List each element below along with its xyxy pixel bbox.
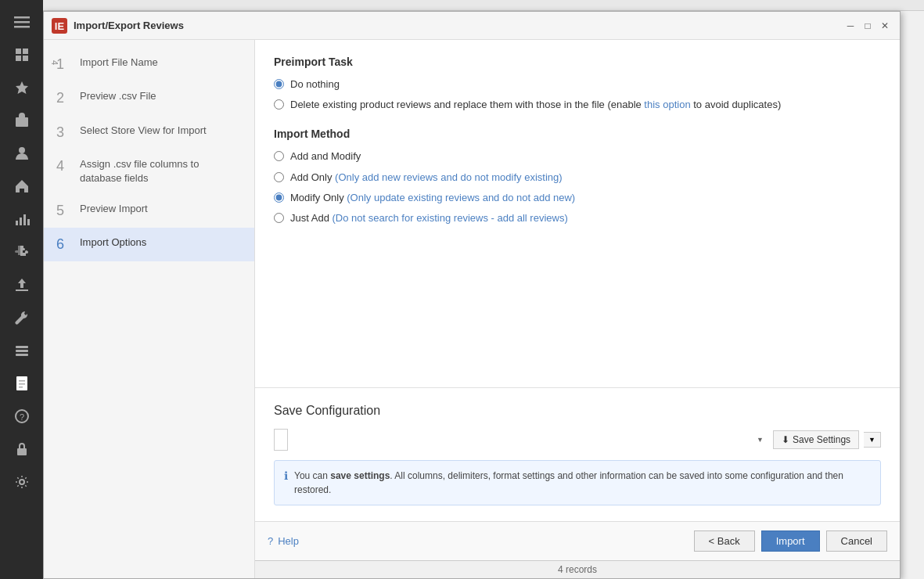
minimize-button[interactable]: ─ xyxy=(843,19,857,33)
records-bar: 4 records xyxy=(255,560,900,578)
step-1-label: Import File Name xyxy=(80,56,158,70)
help-sidebar-icon[interactable]: ? xyxy=(6,401,38,432)
modify-only-option[interactable]: Modify Only (Only update existing review… xyxy=(274,191,881,205)
steps-panel: 1 Import File Name 2 Preview .csv File 3… xyxy=(44,40,255,578)
svg-rect-0 xyxy=(14,16,30,19)
step-6-item[interactable]: 6 Import Options xyxy=(44,228,254,261)
dialog-title-left: IE Import/Export Reviews xyxy=(52,18,184,34)
do-nothing-option[interactable]: Do nothing xyxy=(274,77,881,92)
dialog-controls: ─ □ ✕ xyxy=(843,19,892,33)
import-method-title: Import Method xyxy=(274,128,881,140)
dialog-body: 1 Import File Name 2 Preview .csv File 3… xyxy=(44,40,900,578)
svg-text:?: ? xyxy=(19,412,23,422)
footer-buttons: < Back Import Cancel xyxy=(694,530,887,552)
app-logo-icon: IE xyxy=(52,18,67,34)
info-box: ℹ You can save settings. All columns, de… xyxy=(274,460,881,505)
svg-rect-17 xyxy=(16,354,28,356)
svg-rect-2 xyxy=(14,26,30,28)
svg-rect-15 xyxy=(16,346,28,348)
svg-rect-8 xyxy=(16,117,28,127)
modify-only-desc: (Only update existing reviews and do not… xyxy=(347,192,575,203)
star-icon[interactable] xyxy=(6,72,38,103)
step-4-label: Assign .csv file columns to database fie… xyxy=(80,157,242,185)
svg-rect-5 xyxy=(16,56,21,61)
menu-icon[interactable] xyxy=(6,6,38,38)
dialog-overlay: IE Import/Export Reviews ─ □ ✕ xyxy=(43,11,924,579)
add-only-option[interactable]: Add Only (Only add new reviews and do no… xyxy=(274,171,881,185)
preimport-task-title: Preimport Task xyxy=(274,56,881,68)
puzzle-icon[interactable] xyxy=(6,236,38,268)
wrench-icon[interactable] xyxy=(6,302,38,333)
layers-icon[interactable] xyxy=(6,335,38,366)
modify-only-radio[interactable] xyxy=(274,192,284,203)
dialog-window: IE Import/Export Reviews ─ □ ✕ xyxy=(43,11,901,579)
preimport-task-section: Preimport Task Do nothing Delete existin… xyxy=(274,56,881,112)
save-settings-button[interactable]: ⬇ Save Settings xyxy=(773,430,859,449)
just-add-option[interactable]: Just Add (Do not search for existing rev… xyxy=(274,211,881,225)
svg-rect-19 xyxy=(19,380,25,382)
step-3-item[interactable]: 3 Select Store View for Import xyxy=(44,116,254,149)
step-5-item[interactable]: 5 Preview Import xyxy=(44,194,254,228)
home-icon[interactable] xyxy=(6,39,38,70)
cancel-button[interactable]: Cancel xyxy=(826,530,887,552)
config-select[interactable] xyxy=(274,429,288,451)
svg-rect-1 xyxy=(14,21,30,23)
svg-rect-11 xyxy=(20,218,22,225)
box-icon[interactable] xyxy=(6,105,38,136)
save-settings-dropdown-button[interactable]: ▼ xyxy=(864,432,881,448)
settings-icon[interactable] xyxy=(6,466,38,498)
do-nothing-label: Do nothing xyxy=(290,77,340,92)
back-button[interactable]: < Back xyxy=(694,530,755,552)
delete-existing-label: Delete existing product reviews and repl… xyxy=(290,98,781,112)
help-link[interactable]: Help xyxy=(278,535,299,547)
house-icon[interactable] xyxy=(6,171,38,202)
import-button[interactable]: Import xyxy=(761,530,820,552)
preimport-task-group: Do nothing Delete existing product revie… xyxy=(274,77,881,112)
document-icon[interactable] xyxy=(6,368,38,399)
import-method-group: Add and Modify Add Only (Only add new re… xyxy=(274,149,881,225)
save-config-section: Save Configuration ⬇ Save Settings xyxy=(255,387,900,521)
top-bar xyxy=(43,0,924,11)
step-1-item[interactable]: 1 Import File Name xyxy=(44,48,254,81)
save-icon: ⬇ xyxy=(782,434,789,445)
step-5-number: 5 xyxy=(56,202,72,220)
step-2-label: Preview .csv File xyxy=(80,89,156,103)
svg-rect-13 xyxy=(27,219,30,225)
step-2-item[interactable]: 2 Preview .csv File xyxy=(44,81,254,115)
step-4-number: 4 xyxy=(56,157,72,175)
step-4-item[interactable]: 4 Assign .csv file columns to database f… xyxy=(44,149,254,193)
upload-icon[interactable] xyxy=(6,269,38,300)
dialog-title: Import/Export Reviews xyxy=(74,20,184,31)
maximize-button[interactable]: □ xyxy=(861,19,875,33)
add-modify-label: Add and Modify xyxy=(290,149,361,164)
svg-rect-24 xyxy=(17,448,27,455)
just-add-radio[interactable] xyxy=(274,213,284,223)
delete-existing-option[interactable]: Delete existing product reviews and repl… xyxy=(274,98,881,112)
add-modify-radio[interactable] xyxy=(274,151,284,161)
save-settings-label: Save Settings xyxy=(793,434,850,445)
import-method-section: Import Method Add and Modify Add Only (O… xyxy=(274,128,881,225)
add-modify-option[interactable]: Add and Modify xyxy=(274,149,881,164)
save-config-row: ⬇ Save Settings ▼ xyxy=(274,429,881,451)
step-2-number: 2 xyxy=(56,89,72,107)
close-button[interactable]: ✕ xyxy=(878,19,892,33)
just-add-desc: (Do not search for existing reviews - ad… xyxy=(332,212,567,224)
svg-point-25 xyxy=(20,480,24,484)
svg-text:IE: IE xyxy=(55,20,65,32)
config-select-wrapper xyxy=(274,429,768,451)
step-6-label: Import Options xyxy=(80,236,146,250)
do-nothing-radio[interactable] xyxy=(274,79,284,89)
chart-icon[interactable] xyxy=(6,203,38,235)
step-3-number: 3 xyxy=(56,124,72,142)
info-icon: ℹ xyxy=(284,469,288,482)
user-icon[interactable] xyxy=(6,138,38,169)
add-only-radio[interactable] xyxy=(274,172,284,182)
lock-icon[interactable] xyxy=(6,433,38,465)
svg-rect-10 xyxy=(16,221,18,225)
svg-marker-7 xyxy=(16,81,28,94)
svg-rect-16 xyxy=(16,350,28,352)
help-question-icon: ? xyxy=(268,535,273,547)
svg-rect-14 xyxy=(16,290,28,291)
this-option-link[interactable]: this option xyxy=(644,99,690,110)
delete-existing-radio[interactable] xyxy=(274,99,284,110)
